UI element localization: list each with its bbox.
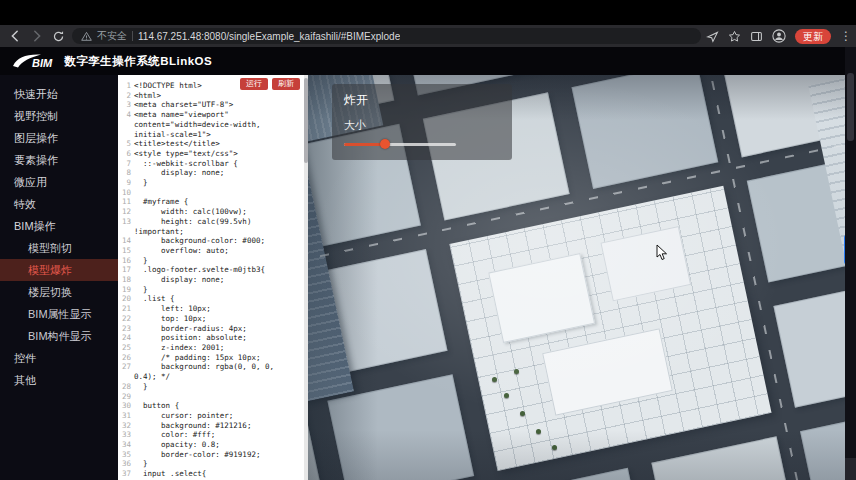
building-block: [773, 279, 856, 407]
sidebar-item-other[interactable]: 其他: [0, 369, 118, 391]
back-button[interactable]: [6, 28, 23, 45]
sidebar-item-controls[interactable]: 控件: [0, 347, 118, 369]
line-number: 22: [118, 314, 134, 324]
code-editor[interactable]: 运行 刷新 1<!DOCTYPE html>2<html>3<meta char…: [118, 75, 308, 480]
sidebar-item-quick-start[interactable]: 快速开始: [0, 83, 118, 105]
refresh-button[interactable]: 刷新: [272, 78, 300, 90]
code-text: background: #121216;: [134, 421, 298, 431]
code-line: 16 }: [118, 256, 308, 266]
code-text: .list {: [134, 294, 298, 304]
update-button[interactable]: 更新: [795, 29, 831, 44]
forward-button[interactable]: [28, 28, 45, 45]
building-block: [503, 468, 650, 480]
line-number: 32: [118, 421, 134, 431]
sidebar-item-floor-switch[interactable]: 楼层切换: [0, 281, 118, 303]
code-line: 31 cursor: pointer;: [118, 411, 308, 421]
line-number: 4: [118, 110, 134, 139]
code-text: background: rgba(0, 0, 0, 0.4); */: [134, 362, 298, 381]
share-icon: [706, 30, 719, 43]
line-number: 21: [118, 304, 134, 314]
code-line: 20 .list {: [118, 294, 308, 304]
line-number: 15: [118, 246, 134, 256]
sidebar-item-bim-attribute-display[interactable]: BIM属性显示: [0, 303, 118, 325]
code-text: <style type="text/css">: [134, 149, 298, 159]
line-number: 20: [118, 294, 134, 304]
tree: [520, 411, 525, 416]
line-number: 28: [118, 382, 134, 392]
code-text: }: [134, 382, 298, 392]
sidebar: 快速开始视野控制图层操作要素操作微应用特效BIM操作模型剖切模型爆炸楼层切换BI…: [0, 75, 118, 480]
code-text: top: 10px;: [134, 314, 298, 324]
explode-panel: 炸开 大小: [332, 84, 512, 160]
explode-slider-fill: [344, 143, 385, 146]
page-scrollbar[interactable]: [845, 47, 856, 480]
code-line: 7 ::-webkit-scrollbar {: [118, 159, 308, 169]
line-number: 31: [118, 411, 134, 421]
run-button[interactable]: 运行: [240, 78, 268, 90]
address-bar[interactable]: 不安全 114.67.251.48:8080/singleExample_kai…: [72, 28, 701, 44]
sidebar-item-layer-operations[interactable]: 图层操作: [0, 127, 118, 149]
sidebar-item-bim-component-display[interactable]: BIM构件显示: [0, 325, 118, 347]
line-number: 29: [118, 392, 134, 402]
viewer-3d[interactable]: 炸开 大小: [308, 75, 856, 480]
code-line: 18 display: none;: [118, 275, 308, 285]
code-line: 29: [118, 392, 308, 402]
code-line: 36 }: [118, 459, 308, 469]
sidebar-item-micro-app[interactable]: 微应用: [0, 171, 118, 193]
code-line: 24 position: absolute;: [118, 333, 308, 343]
code-text: width: calc(100vw);: [134, 207, 298, 217]
sidebar-item-model-section[interactable]: 模型剖切: [0, 237, 118, 259]
forward-icon: [30, 29, 44, 43]
code-text: input .select{: [134, 469, 298, 479]
toolbar-actions: 更新 ⋮: [706, 29, 850, 44]
building-block: [308, 406, 325, 480]
browser-menu-icon[interactable]: ⋮: [840, 30, 848, 42]
code-text: height: calc(99.5vh) !important;: [134, 217, 298, 236]
code-text: border-radius: 4px;: [134, 324, 298, 334]
sidebar-item-element-operations[interactable]: 要素操作: [0, 149, 118, 171]
code-line: 2<html>: [118, 91, 308, 101]
code-line: 22 top: 10px;: [118, 314, 308, 324]
sidebar-item-view-control[interactable]: 视野控制: [0, 105, 118, 127]
code-text: background-color: #000;: [134, 236, 298, 246]
line-number: 23: [118, 324, 134, 334]
code-line: 3<meta charset="UTF-8">: [118, 100, 308, 110]
code-text: [134, 392, 298, 402]
explode-slider-handle[interactable]: [380, 139, 390, 149]
app-header: BIM 数字孪生操作系统BLinkOS: [0, 47, 856, 75]
sidebar-item-effects[interactable]: 特效: [0, 193, 118, 215]
reload-button[interactable]: [50, 28, 67, 45]
code-text: display: none;: [134, 275, 298, 285]
code-text: z-index: 2001;: [134, 343, 298, 353]
code-text: /* padding: 15px 10px;: [134, 353, 298, 363]
sidebar-item-model-explode[interactable]: 模型爆炸: [0, 259, 118, 281]
line-number: 7: [118, 159, 134, 169]
code-line: 13 height: calc(99.5vh) !important;: [118, 217, 308, 236]
code-text: .logo-footer.svelte-m0jtb3{: [134, 265, 298, 275]
code-text: border-color: #919192;: [134, 450, 298, 460]
scrollbar-thumb[interactable]: [847, 73, 854, 141]
bookmark-button[interactable]: [728, 30, 741, 43]
code-text: overflow: auto;: [134, 246, 298, 256]
building-block: [651, 436, 798, 480]
line-number: 10: [118, 188, 134, 198]
back-icon: [8, 29, 22, 43]
tree: [492, 377, 497, 382]
line-number: 19: [118, 285, 134, 295]
code-line: 21 left: 10px;: [118, 304, 308, 314]
code-text: left: 10px;: [134, 304, 298, 314]
code-line: 26 /* padding: 15px 10px;: [118, 353, 308, 363]
sidebar-item-bim-operations[interactable]: BIM操作: [0, 215, 118, 237]
code-text: opacity: 0.8;: [134, 440, 298, 450]
line-number: 26: [118, 353, 134, 363]
building-roof-large: [449, 186, 771, 471]
browser-tab-strip[interactable]: [0, 0, 856, 25]
code-line: 9 }: [118, 178, 308, 188]
code-line: 35 border-color: #919192;: [118, 450, 308, 460]
explode-size-slider[interactable]: [344, 139, 456, 149]
line-number: 33: [118, 430, 134, 440]
side-panel-button[interactable]: [750, 30, 763, 43]
profile-button[interactable]: [772, 29, 786, 43]
building-block: [571, 75, 718, 189]
share-button[interactable]: [706, 30, 719, 43]
